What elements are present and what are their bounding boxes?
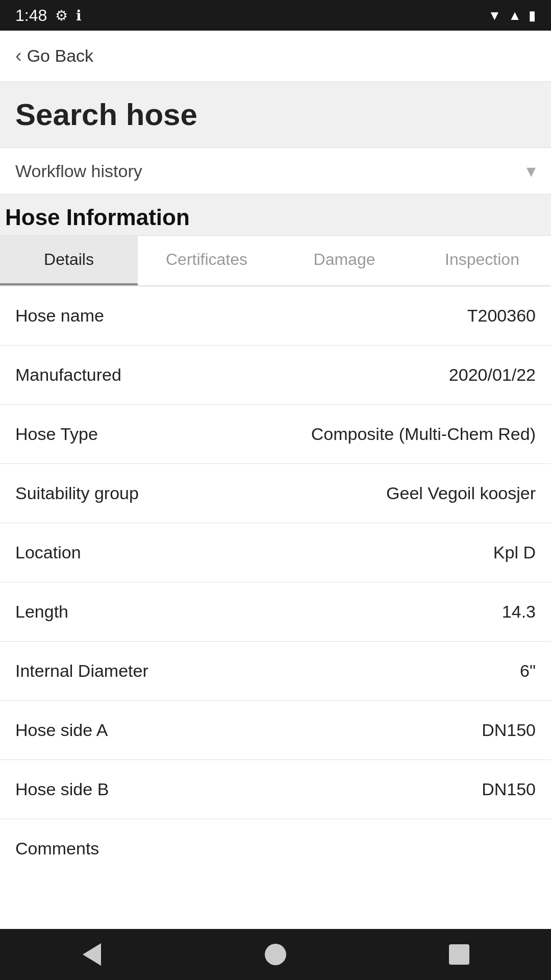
battery-icon: ▮ bbox=[529, 8, 536, 23]
tab-damage[interactable]: Damage bbox=[276, 236, 413, 285]
tab-details[interactable]: Details bbox=[0, 236, 138, 285]
page-title-section: Search hose bbox=[0, 82, 551, 148]
signal-icon: ▲ bbox=[508, 8, 521, 23]
back-nav-icon bbox=[83, 943, 101, 966]
detail-value-location: Kpl D bbox=[493, 543, 536, 562]
nav-home-button[interactable] bbox=[258, 937, 293, 972]
table-row: Location Kpl D bbox=[0, 523, 551, 582]
go-back-label: Go Back bbox=[27, 46, 93, 66]
bottom-nav bbox=[0, 929, 551, 980]
tab-certificates[interactable]: Certificates bbox=[138, 236, 276, 285]
go-back-button[interactable]: ‹ Go Back bbox=[15, 45, 93, 67]
detail-label-suitability: Suitability group bbox=[15, 483, 139, 503]
hose-info-title: Hose Information bbox=[5, 205, 536, 230]
wifi-icon: ▼ bbox=[488, 8, 502, 23]
detail-value-hose-side-a: DN150 bbox=[482, 720, 536, 740]
home-nav-icon bbox=[265, 944, 286, 965]
detail-value-manufactured: 2020/01/22 bbox=[449, 365, 536, 385]
detail-label-manufactured: Manufactured bbox=[15, 365, 121, 385]
tabs-section: Details Certificates Damage Inspection bbox=[0, 236, 551, 286]
chevron-down-icon: ▾ bbox=[527, 160, 536, 182]
table-row: Comments bbox=[0, 819, 551, 864]
table-row: Hose Type Composite (Multi-Chem Red) bbox=[0, 405, 551, 464]
nav-recent-button[interactable] bbox=[441, 937, 477, 972]
table-row: Hose name T200360 bbox=[0, 286, 551, 346]
nav-back-button[interactable] bbox=[74, 937, 110, 972]
status-time: 1:48 bbox=[15, 6, 47, 25]
detail-label-length: Length bbox=[15, 602, 68, 622]
status-bar-left: 1:48 ⚙ ℹ bbox=[15, 6, 82, 25]
detail-value-hose-side-b: DN150 bbox=[482, 779, 536, 799]
workflow-label: Workflow history bbox=[15, 161, 142, 181]
detail-value-suitability: Geel Vegoil koosjer bbox=[386, 483, 536, 503]
table-row: Manufactured 2020/01/22 bbox=[0, 346, 551, 405]
detail-value-internal-diameter: 6" bbox=[520, 661, 536, 681]
recent-nav-icon bbox=[449, 944, 469, 965]
detail-label-hose-side-a: Hose side A bbox=[15, 720, 108, 740]
details-section: Hose name T200360 Manufactured 2020/01/2… bbox=[0, 286, 551, 929]
workflow-header[interactable]: Workflow history ▾ bbox=[15, 148, 536, 194]
table-row: Length 14.3 bbox=[0, 582, 551, 642]
table-row: Suitability group Geel Vegoil koosjer bbox=[0, 464, 551, 523]
detail-label-location: Location bbox=[15, 543, 81, 562]
status-bar: 1:48 ⚙ ℹ ▼ ▲ ▮ bbox=[0, 0, 551, 31]
table-row: Hose side A DN150 bbox=[0, 701, 551, 760]
detail-value-hose-name: T200360 bbox=[467, 306, 536, 326]
nav-bar: ‹ Go Back bbox=[0, 31, 551, 82]
detail-label-hose-name: Hose name bbox=[15, 306, 104, 326]
status-bar-right: ▼ ▲ ▮ bbox=[488, 8, 536, 23]
detail-label-comments: Comments bbox=[15, 839, 99, 859]
workflow-section[interactable]: Workflow history ▾ bbox=[0, 148, 551, 194]
detail-value-hose-type: Composite (Multi-Chem Red) bbox=[311, 424, 536, 444]
table-row: Internal Diameter 6" bbox=[0, 642, 551, 701]
detail-label-hose-type: Hose Type bbox=[15, 424, 98, 444]
tab-inspection[interactable]: Inspection bbox=[413, 236, 551, 285]
back-arrow-icon: ‹ bbox=[15, 45, 22, 67]
alert-icon: ℹ bbox=[76, 7, 82, 24]
table-row: Hose side B DN150 bbox=[0, 760, 551, 819]
page-title: Search hose bbox=[15, 97, 536, 132]
detail-value-length: 14.3 bbox=[502, 602, 536, 622]
settings-icon: ⚙ bbox=[55, 7, 68, 24]
hose-info-section: Hose Information bbox=[0, 194, 551, 236]
detail-label-hose-side-b: Hose side B bbox=[15, 779, 109, 799]
detail-label-internal-diameter: Internal Diameter bbox=[15, 661, 148, 681]
